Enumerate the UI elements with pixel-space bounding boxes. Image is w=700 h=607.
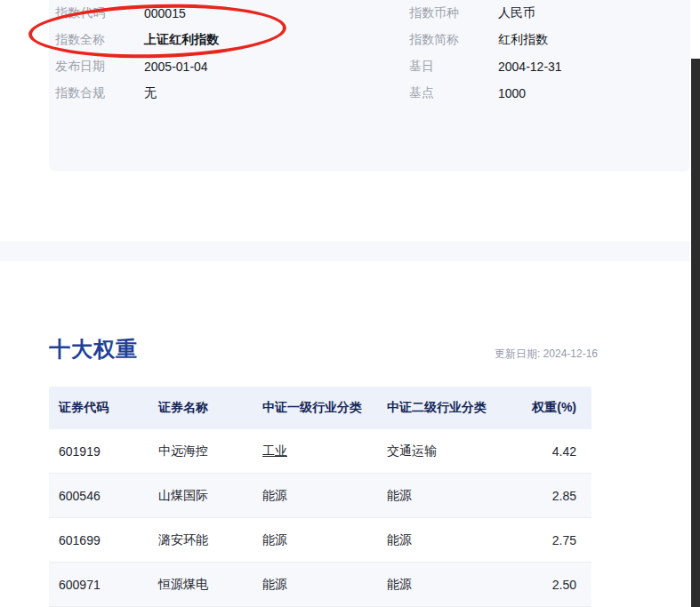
cell-security-code: 601699 [49, 533, 158, 547]
index-info-card: 指数代码 000015 指数全称 上证红利指数 发布日期 2005-01-04 … [49, 0, 690, 172]
header-industry-level1: 中证一级行业分类 [262, 400, 387, 416]
info-row-currency: 指数币种 人民币 [409, 0, 562, 27]
info-row-base-date: 基日 2004-12-31 [409, 53, 562, 80]
base-point-label: 基点 [409, 85, 498, 101]
info-column-left: 指数代码 000015 指数全称 上证红利指数 发布日期 2005-01-04 … [55, 0, 219, 107]
index-code-value: 000015 [144, 6, 186, 20]
cell-industry-level2: 能源 [387, 532, 525, 548]
vertical-scrollbar-thumb[interactable] [691, 59, 700, 607]
info-row-shortname: 指数简称 红利指数 [409, 27, 562, 53]
info-row-index-compliance: 指数合规 无 [55, 80, 219, 107]
index-compliance-value: 无 [144, 85, 157, 101]
page: 指数代码 000015 指数全称 上证红利指数 发布日期 2005-01-04 … [0, 0, 700, 607]
header-security-name: 证券名称 [158, 400, 262, 416]
cell-industry-level1: 能源 [262, 532, 387, 548]
index-compliance-label: 指数合规 [55, 85, 144, 101]
info-row-release-date: 发布日期 2005-01-04 [55, 53, 219, 80]
cell-security-code: 600971 [49, 578, 158, 592]
release-date-value: 2005-01-04 [144, 60, 208, 74]
index-shortname-value: 红利指数 [498, 32, 548, 48]
cell-industry-level1-link[interactable]: 工业 [262, 443, 287, 458]
vertical-scrollbar-track[interactable] [690, 0, 700, 607]
cell-security-code: 601919 [49, 444, 158, 459]
index-fullname-value: 上证红利指数 [144, 32, 219, 48]
info-row-base-point: 基点 1000 [409, 80, 562, 107]
cell-security-name[interactable]: 中远海控 [158, 443, 262, 459]
table-row: 600546 山煤国际 能源 能源 2.85 [49, 474, 591, 518]
info-column-right: 指数币种 人民币 指数简称 红利指数 基日 2004-12-31 基点 1000 [409, 0, 562, 107]
index-shortname-label: 指数简称 [409, 32, 498, 48]
release-date-label: 发布日期 [55, 59, 144, 75]
header-security-code: 证券代码 [49, 400, 158, 416]
index-fullname-label: 指数全称 [55, 32, 144, 48]
cell-industry-level1: 能源 [262, 488, 387, 504]
section-divider-band [0, 241, 690, 261]
update-date-text: 更新日期: 2024-12-16 [495, 347, 598, 362]
cell-industry-level2: 能源 [387, 577, 525, 593]
cell-security-name[interactable]: 山煤国际 [158, 488, 262, 504]
base-date-label: 基日 [409, 59, 498, 75]
index-currency-value: 人民币 [498, 5, 535, 21]
section-title-top-weights: 十大权重 [49, 335, 138, 363]
base-point-value: 1000 [498, 86, 526, 100]
cell-industry-level2: 能源 [387, 488, 525, 504]
header-industry-level2: 中证二级行业分类 [387, 400, 525, 416]
info-row-index-code: 指数代码 000015 [55, 0, 219, 27]
info-row-index-fullname: 指数全称 上证红利指数 [55, 27, 219, 53]
header-weight: 权重(%) [525, 400, 591, 416]
cell-industry-level1: 能源 [262, 577, 387, 593]
cell-weight: 2.75 [525, 533, 591, 547]
top-weights-table: 证券代码 证券名称 中证一级行业分类 中证二级行业分类 权重(%) 601919… [49, 387, 591, 607]
cell-weight: 4.42 [525, 444, 591, 459]
index-code-label: 指数代码 [55, 5, 144, 21]
table-header-row: 证券代码 证券名称 中证一级行业分类 中证二级行业分类 权重(%) [49, 387, 591, 429]
cell-weight: 2.85 [525, 489, 591, 503]
cell-security-code: 600546 [49, 489, 158, 503]
table-row: 601919 中远海控 工业 交通运输 4.42 [49, 429, 591, 474]
table-row: 600971 恒源煤电 能源 能源 2.50 [49, 563, 591, 607]
cell-security-name[interactable]: 恒源煤电 [158, 577, 262, 593]
cell-industry-level2: 交通运输 [387, 443, 525, 459]
base-date-value: 2004-12-31 [498, 60, 562, 74]
cell-security-name[interactable]: 潞安环能 [158, 532, 262, 548]
index-currency-label: 指数币种 [409, 5, 498, 21]
cell-weight: 2.50 [525, 578, 591, 592]
table-row: 601699 潞安环能 能源 能源 2.75 [49, 518, 591, 563]
